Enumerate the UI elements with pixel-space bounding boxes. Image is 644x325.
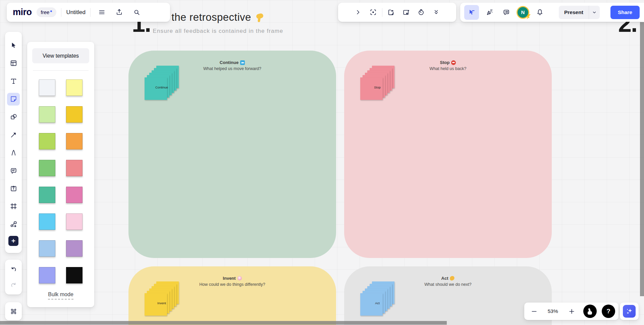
menu-button[interactable] (95, 6, 108, 19)
collaboration-tools-card: N Present Share (460, 3, 644, 22)
share-button[interactable]: Share (610, 6, 640, 19)
pen-icon (10, 149, 17, 156)
sticky-note-tool[interactable] (7, 93, 20, 106)
timer-button[interactable] (415, 6, 428, 19)
swatch-dark-pink[interactable] (66, 187, 83, 203)
miro-board: Continue What helped us move forward? Co… (0, 0, 644, 325)
divider (33, 70, 89, 71)
zoom-in-button[interactable] (566, 305, 578, 318)
comment-tool[interactable] (7, 164, 20, 177)
mindmap-tool[interactable] (7, 218, 20, 231)
timer-icon (417, 8, 425, 16)
templates-tool[interactable] (7, 57, 20, 70)
card-frame-icon (402, 8, 410, 16)
swatch-blue[interactable] (39, 267, 55, 283)
connection-line-tool[interactable] (7, 128, 20, 141)
swatch-black[interactable] (66, 267, 83, 283)
follow-cursor-button[interactable] (464, 5, 479, 20)
follow-cursor-icon (468, 8, 476, 16)
expand-panel-button[interactable] (352, 6, 365, 19)
comments-button[interactable] (500, 6, 513, 19)
swatch-salmon[interactable] (66, 160, 83, 176)
present-button[interactable]: Present (559, 9, 589, 15)
swatch-violet[interactable] (66, 240, 83, 257)
miro-logo[interactable]: miro (13, 7, 32, 17)
frames-panel-button[interactable] (7, 305, 20, 318)
vertical-scrollbar[interactable] (640, 22, 644, 296)
present-dropdown-button[interactable] (589, 6, 600, 19)
section-act[interactable]: Act What should we do next? Act (344, 266, 552, 325)
shapes-icon (10, 113, 17, 121)
swatch-light-yellow[interactable] (66, 79, 83, 96)
sticky-stack-invent[interactable]: Invent (145, 281, 179, 316)
hamburger-icon (98, 8, 106, 16)
notifications-button[interactable] (533, 6, 546, 19)
swatch-gray[interactable] (39, 79, 55, 96)
quick-tour-button[interactable] (583, 305, 597, 318)
sticky-note-label: Act (375, 301, 380, 305)
frame-title[interactable]: the retrospective (171, 11, 251, 23)
sticky-stack-continue[interactable]: Continue (145, 66, 179, 100)
section-invent[interactable]: Invent How could we do things differentl… (128, 266, 336, 325)
focus-capture-button[interactable] (367, 6, 380, 19)
swatch-light-green[interactable] (39, 106, 55, 123)
bulk-mode-button[interactable]: Bulk mode (48, 291, 73, 300)
text-icon (10, 77, 17, 85)
swatch-teal[interactable] (39, 187, 55, 203)
section-continue[interactable]: Continue What helped us move forward? Co… (128, 51, 336, 258)
horizontal-scrollbar[interactable] (0, 321, 447, 325)
history-card (5, 260, 22, 295)
ai-assistant-button[interactable] (623, 305, 636, 318)
lightning-icon (526, 14, 531, 20)
frame-tool[interactable] (7, 200, 20, 213)
presentation-notes-button[interactable] (385, 6, 397, 19)
focus-capture-icon (369, 8, 377, 16)
board-canvas[interactable]: Continue What helped us move forward? Co… (0, 0, 644, 325)
divider (90, 8, 91, 17)
zoom-level[interactable]: 53% (545, 308, 560, 314)
zoom-controls-card: 53% ? (524, 303, 619, 320)
swatch-pink[interactable] (66, 213, 83, 230)
shapes-tool[interactable] (7, 111, 20, 123)
frame-subtitle: Ensure all feedback is contained in the … (107, 28, 329, 35)
swatch-orange[interactable] (66, 133, 83, 149)
swatch-light-blue[interactable] (39, 240, 55, 257)
upload-tool[interactable] (7, 182, 20, 195)
card-frame-button[interactable] (400, 6, 413, 19)
zoom-out-button[interactable] (528, 305, 540, 318)
no-entry-emoji-icon (451, 60, 456, 65)
templates-icon (10, 59, 17, 67)
sticky-stack-act[interactable]: Act (360, 281, 394, 316)
fast-forward-emoji-icon (240, 60, 245, 65)
view-templates-button[interactable]: View templates (32, 48, 89, 63)
text-tool[interactable] (7, 75, 20, 87)
sticky-note-label: Invent (157, 301, 166, 305)
sticky-stack-stop[interactable]: Stop (360, 66, 394, 100)
divider (61, 8, 61, 17)
reactions-button[interactable] (483, 6, 496, 19)
section-stop[interactable]: Stop What held us back? Stop (344, 51, 552, 258)
divider (382, 8, 382, 17)
swatch-lime[interactable] (39, 133, 55, 149)
swatch-cyan[interactable] (39, 213, 55, 230)
more-apps-button[interactable]: + (8, 236, 18, 246)
frames-panel-card (5, 302, 22, 320)
swatch-yellow[interactable] (66, 106, 83, 123)
undo-button[interactable] (7, 263, 20, 275)
pen-tool[interactable] (7, 146, 20, 159)
arrow-icon (10, 131, 17, 139)
export-button[interactable] (113, 6, 125, 19)
search-button[interactable] (130, 6, 143, 19)
select-tool[interactable] (7, 39, 20, 52)
user-avatar[interactable]: N (517, 6, 529, 19)
redo-button[interactable] (7, 279, 20, 291)
board-title[interactable]: Untitled (66, 9, 86, 16)
point-down-emoji-icon (255, 13, 265, 22)
collapse-tools-button[interactable] (430, 6, 443, 19)
help-button[interactable]: ? (602, 305, 615, 318)
creation-toolbar: + (5, 32, 22, 253)
swatch-green[interactable] (39, 160, 55, 176)
pointer-hand-icon (587, 308, 593, 315)
plan-badge[interactable]: free (37, 7, 57, 17)
avatar-initial: N (521, 9, 525, 15)
